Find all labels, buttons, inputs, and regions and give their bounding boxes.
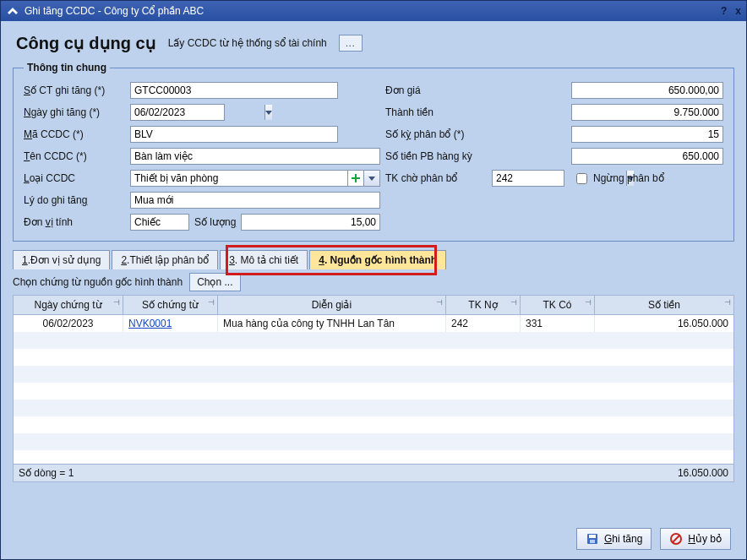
ellipsis-button[interactable]: ... (339, 35, 363, 52)
svg-line-6 (673, 536, 679, 542)
date-combo[interactable] (130, 104, 225, 121)
fieldset-legend: Thông tin chung (24, 62, 110, 73)
combo-loai[interactable] (130, 170, 380, 187)
input-ten[interactable] (130, 148, 380, 165)
svg-rect-1 (352, 177, 360, 179)
label-thanhtien: Thành tiền (385, 106, 487, 118)
label-sotien-pb: Số tiền PB hàng kỳ (385, 150, 487, 162)
pin-icon[interactable]: ⊣ (436, 298, 443, 307)
pin-icon[interactable]: ⊣ (113, 298, 120, 307)
input-loai[interactable] (131, 171, 347, 186)
label-ten: Tên CCDC (*) (24, 150, 125, 162)
cancel-button[interactable]: Hủy bỏ (660, 528, 731, 550)
label-donvi: Đơn vị tính (24, 216, 125, 228)
input-soluong[interactable] (241, 214, 380, 231)
label-lydo: Lý do ghi tăng (24, 194, 125, 206)
label-so-ct: Số CT ghi tăng (*) (24, 84, 125, 96)
input-soky[interactable] (571, 126, 723, 143)
app-window: Ghi tăng CCDC - Công ty Cổ phần ABC ? x … (0, 0, 747, 560)
input-dongia[interactable] (571, 82, 723, 99)
label-soky: Số kỳ phân bổ (*) (385, 128, 487, 140)
app-icon (6, 4, 19, 18)
label-tkcho: TK chờ phân bổ (385, 172, 487, 184)
label-soluong: Số lượng (194, 216, 236, 228)
general-info-fieldset: Thông tin chung Số CT ghi tăng (*) Đơn g… (13, 62, 734, 242)
cancel-icon (669, 532, 683, 546)
label-ma: Mã CCDC (*) (24, 128, 125, 140)
svg-rect-4 (590, 540, 595, 543)
plus-icon[interactable] (347, 171, 363, 186)
grid-header: Ngày chứng từ⊣ Số chứng từ⊣ Diễn giải⊣ T… (14, 296, 733, 315)
input-donvi[interactable] (130, 214, 189, 231)
header-row: Công cụ dụng cụ Lấy CCDC từ hệ thống sổ … (1, 21, 746, 62)
save-button[interactable]: Ghi tăng (576, 528, 652, 550)
combo-tkcho[interactable] (492, 170, 564, 187)
checkbox-ngungpb[interactable]: Ngừng phân bổ (573, 171, 664, 187)
chevron-down-icon[interactable] (363, 171, 379, 186)
data-grid: Ngày chứng từ⊣ Số chứng từ⊣ Diễn giải⊣ T… (13, 295, 734, 482)
grid-total: 16.050.000 (521, 465, 733, 481)
tab-mota[interactable]: 3. Mô tả chi tiết (220, 250, 308, 269)
label-loai: Loại CCDC (24, 172, 125, 184)
label-ngungpb: Ngừng phân bổ (593, 172, 664, 184)
tab-nguongoc[interactable]: 4. Nguồn gốc hình thành (309, 250, 446, 269)
pin-icon[interactable]: ⊣ (208, 298, 215, 307)
save-icon (586, 532, 599, 546)
label-ngay: Ngày ghi tăng (*) (24, 106, 125, 118)
pin-icon[interactable]: ⊣ (510, 298, 517, 307)
chevron-down-icon[interactable] (264, 105, 272, 120)
page-title: Công cụ dụng cụ (16, 33, 156, 53)
pin-icon[interactable]: ⊣ (724, 298, 731, 307)
tab-donvi[interactable]: 1.Đơn vị sử dụng (13, 250, 110, 269)
input-so-ct[interactable] (130, 82, 338, 99)
choose-button[interactable]: Chọn ... (189, 273, 240, 291)
label-dongia: Đơn giá (385, 84, 487, 96)
titlebar: Ghi tăng CCDC - Công ty Cổ phần ABC ? x (1, 1, 746, 21)
table-row[interactable]: 06/02/2023 NVK0001 Mua hàng của công ty … (14, 315, 733, 332)
input-sotien-pb[interactable] (571, 148, 723, 165)
grid-footer: Số dòng = 1 16.050.000 (14, 464, 733, 481)
voucher-link[interactable]: NVK0001 (128, 318, 172, 329)
input-ngay[interactable] (131, 105, 264, 120)
footer-bar: Ghi tăng Hủy bỏ (1, 519, 746, 559)
tabs-row: 1.Đơn vị sử dụng 2.Thiết lập phân bổ 3. … (13, 250, 734, 269)
help-icon[interactable]: ? (721, 5, 727, 17)
input-thanhtien[interactable] (571, 104, 723, 121)
input-ma[interactable] (130, 126, 338, 143)
input-lydo[interactable] (130, 192, 380, 209)
ngungpb-checkbox[interactable] (576, 173, 587, 184)
grid-body[interactable]: 06/02/2023 NVK0001 Mua hàng của công ty … (14, 315, 733, 464)
tab-thietlap[interactable]: 2.Thiết lập phân bổ (112, 250, 218, 269)
header-subtitle: Lấy CCDC từ hệ thống sổ tài chính (168, 37, 327, 49)
svg-rect-3 (589, 535, 596, 538)
close-icon[interactable]: x (735, 5, 741, 17)
row-count: Số dòng = 1 (14, 465, 521, 481)
sub-toolbar: Chọn chứng từ nguồn gốc hình thành Chọn … (13, 273, 734, 291)
pin-icon[interactable]: ⊣ (585, 298, 592, 307)
subbar-label: Chọn chứng từ nguồn gốc hình thành (13, 276, 183, 288)
window-title: Ghi tăng CCDC - Công ty Cổ phần ABC (25, 5, 721, 17)
